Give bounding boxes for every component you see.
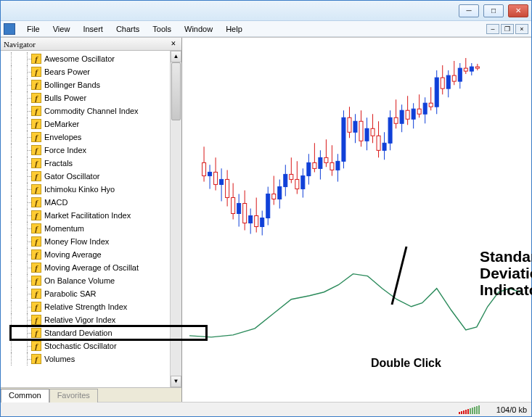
svg-rect-69: [400, 110, 404, 123]
tree-item-label: Bulls Power: [44, 94, 86, 102]
svg-rect-9: [226, 179, 229, 197]
svg-rect-77: [423, 103, 427, 114]
svg-rect-13: [237, 203, 241, 213]
menu-tools[interactable]: Tools: [147, 22, 177, 36]
svg-rect-85: [446, 75, 450, 88]
tree-item-label: Fractals: [44, 159, 73, 168]
svg-rect-103: [472, 408, 473, 414]
tree-item[interactable]: fParabolic SAR: [5, 287, 170, 300]
svg-rect-27: [278, 186, 282, 199]
tree-item-label: Force Index: [44, 146, 86, 154]
tree-item[interactable]: fVolumes: [5, 352, 170, 366]
tree-item-label: Stochastic Oscillator: [44, 342, 117, 350]
scroll-up-button[interactable]: ▲: [171, 51, 181, 62]
tree-item[interactable]: fMomentum: [5, 222, 170, 235]
tree-item-label: Relative Vigor Index: [44, 315, 115, 324]
svg-rect-100: [465, 410, 467, 414]
titlebar: ─ □ ✕: [1, 1, 531, 21]
chart-area[interactable]: Standard Deviation Indicator Double Clic…: [182, 38, 531, 402]
svg-rect-83: [441, 78, 444, 88]
tree-item-label: On Balance Volume: [44, 276, 115, 285]
svg-rect-25: [272, 194, 276, 199]
indicator-icon: f: [31, 93, 41, 103]
indicator-icon: f: [31, 67, 41, 77]
navigator-tabs: Common Favorites: [1, 387, 181, 402]
tree-item[interactable]: fFractals: [5, 157, 170, 170]
tab-common[interactable]: Common: [1, 389, 49, 402]
tree-item-label: Bears Power: [44, 67, 90, 76]
tab-favorites[interactable]: Favorites: [49, 389, 98, 402]
indicator-icon: f: [31, 119, 41, 129]
tree-item-label: Volumes: [44, 355, 75, 363]
tree-item[interactable]: fMACD: [5, 196, 170, 209]
tree-item[interactable]: fBears Power: [5, 65, 170, 78]
indicator-icon: f: [31, 145, 41, 155]
app-window: ─ □ ✕ File View Insert Charts Tools Wind…: [0, 0, 532, 417]
indicator-icon: f: [31, 302, 41, 312]
mdi-minimize-button[interactable]: –: [486, 24, 499, 34]
tree-item[interactable]: fForce Index: [5, 144, 170, 157]
indicator-icon: f: [31, 184, 41, 194]
svg-rect-93: [470, 67, 473, 71]
tree-item[interactable]: fRelative Strength Index: [5, 300, 170, 313]
close-button[interactable]: ✕: [508, 4, 528, 17]
svg-rect-53: [353, 121, 357, 132]
mdi-close-button[interactable]: ×: [515, 24, 528, 34]
navigator-close-button[interactable]: ×: [168, 39, 179, 49]
menu-file[interactable]: File: [21, 22, 46, 36]
tree-item[interactable]: fCommodity Channel Index: [5, 104, 170, 117]
menu-insert[interactable]: Insert: [77, 22, 109, 36]
svg-rect-17: [249, 216, 253, 223]
menu-window[interactable]: Window: [179, 22, 218, 36]
tree-item[interactable]: fEnvelopes: [5, 131, 170, 144]
tree-item[interactable]: fBollinger Bands: [5, 78, 170, 91]
tree-item[interactable]: fIchimoku Kinko Hyo: [5, 183, 170, 196]
scroll-down-button[interactable]: ▼: [171, 376, 181, 387]
navigator-title: Navigator: [4, 40, 36, 49]
menu-charts[interactable]: Charts: [110, 22, 145, 36]
menu-help[interactable]: Help: [220, 22, 248, 36]
menu-view[interactable]: View: [47, 22, 76, 36]
svg-rect-105: [476, 406, 478, 414]
indicator-icon: f: [31, 236, 41, 247]
indicator-icon: f: [31, 223, 41, 234]
tree-item-label: Commodity Channel Index: [44, 107, 139, 115]
tree-item[interactable]: fStochastic Oscillator: [5, 339, 170, 352]
svg-rect-15: [243, 203, 247, 223]
indicator-icon: f: [31, 54, 41, 64]
indicator-icon: f: [31, 354, 41, 364]
chart-canvas: [182, 38, 531, 383]
tree-item[interactable]: fAwesome Oscillator: [5, 52, 170, 65]
tree-item[interactable]: fBulls Power: [5, 91, 170, 104]
svg-rect-47: [336, 161, 340, 170]
svg-rect-5: [214, 172, 218, 184]
mdi-restore-button[interactable]: ❐: [501, 24, 514, 34]
tree-item-label: Parabolic SAR: [44, 289, 97, 298]
tree-item[interactable]: fMoving Average of Oscillat: [5, 261, 170, 274]
tree-item[interactable]: fDeMarker: [5, 117, 170, 131]
tree-item[interactable]: fMoving Average: [5, 248, 170, 261]
svg-rect-23: [266, 194, 270, 218]
tree-item-label: Gator Oscillator: [44, 172, 99, 181]
indicator-icon: f: [31, 289, 41, 299]
svg-rect-1: [202, 162, 206, 176]
svg-rect-31: [290, 174, 293, 179]
tree-item-label: Moving Average: [44, 250, 102, 259]
indicator-icon: f: [31, 210, 41, 220]
tree-item[interactable]: fGator Oscillator: [5, 170, 170, 183]
scroll-thumb[interactable]: [171, 62, 181, 120]
tree-item[interactable]: fMarket Facilitation Index: [5, 209, 170, 222]
svg-rect-99: [463, 410, 465, 414]
svg-rect-11: [232, 197, 235, 213]
navigator-panel: Navigator × fAwesome OscillatorfBears Po…: [1, 38, 182, 402]
svg-rect-106: [478, 405, 480, 414]
maximize-button[interactable]: □: [483, 4, 504, 17]
svg-rect-55: [359, 121, 363, 141]
tree-item-label: Money Flow Index: [44, 237, 109, 246]
tree-item[interactable]: fOn Balance Volume: [5, 274, 170, 287]
svg-rect-51: [348, 117, 351, 132]
minimize-button[interactable]: ─: [459, 4, 479, 17]
tree-item[interactable]: fMoney Flow Index: [5, 235, 170, 248]
svg-rect-29: [284, 174, 287, 186]
annotation-main: Standard Deviation Indicator: [480, 248, 532, 298]
